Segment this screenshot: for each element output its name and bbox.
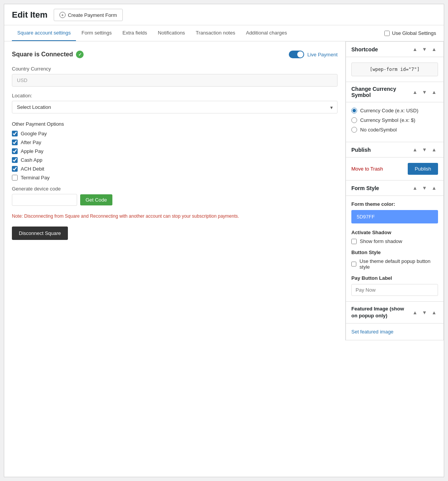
ach-debit-label: ACH Debit	[21, 166, 44, 172]
payment-option-cash-app: Cash App	[12, 157, 338, 163]
form-style-expand-button[interactable]: ▲	[430, 184, 438, 192]
publish-expand-button[interactable]: ▲	[430, 146, 438, 153]
currency-symbol-panel-header: Change Currency Symbol ▲ ▼ ▲	[346, 82, 443, 102]
publish-row: Move to Trash Publish	[351, 163, 438, 175]
live-payment-toggle[interactable]: Live Payment	[289, 51, 338, 58]
tab-additional-charges[interactable]: Additional charges	[240, 25, 292, 41]
currency-expand-button[interactable]: ▲	[430, 89, 438, 96]
publish-panel-header: Publish ▲ ▼ ▲	[346, 142, 443, 158]
form-style-down-button[interactable]: ▼	[420, 184, 428, 192]
device-code-input[interactable]	[12, 194, 77, 206]
no-code-label: No code/Symbol	[360, 127, 397, 133]
use-global-checkbox[interactable]	[384, 31, 390, 36]
tab-square-account-settings[interactable]: Square account settings	[12, 25, 76, 41]
tab-transaction-notes[interactable]: Transaction notes	[190, 25, 240, 41]
featured-image-panel-body: Set featured image	[346, 323, 443, 340]
featured-image-panel-header: Featured Image (show on popup only) ▲ ▼ …	[346, 302, 443, 323]
payment-option-google-pay: Google Pay	[12, 131, 338, 136]
ach-debit-checkbox[interactable]	[12, 166, 18, 172]
connected-check-icon: ✓	[76, 51, 84, 58]
use-global-label: Use Global Settings	[392, 30, 436, 36]
no-code-radio[interactable]	[351, 127, 357, 133]
currency-code-radio[interactable]	[351, 108, 357, 113]
publish-button[interactable]: Publish	[408, 163, 438, 175]
shortcode-panel-title: Shortcode	[351, 46, 378, 53]
location-select-wrapper: Select Location ▾	[12, 101, 338, 113]
page-header: Edit Item + Create Payment Form	[4, 4, 444, 25]
currency-down-button[interactable]: ▼	[420, 89, 428, 96]
publish-panel-controls: ▲ ▼ ▲	[411, 146, 438, 153]
shortcode-panel-body: [wpep-form id="7"]	[346, 57, 443, 82]
device-code-label: Generate device code	[12, 186, 338, 192]
publish-panel: Publish ▲ ▼ ▲ Move to Trash Publish	[346, 142, 444, 180]
tab-notifications[interactable]: Notifications	[153, 25, 191, 41]
cash-app-checkbox[interactable]	[12, 157, 18, 163]
show-shadow-checkbox[interactable]	[351, 239, 357, 244]
show-shadow-label[interactable]: Show form shadow	[351, 238, 438, 244]
tab-form-settings[interactable]: Form settings	[76, 25, 117, 41]
tab-extra-fields[interactable]: Extra fields	[117, 25, 152, 41]
set-featured-image-link[interactable]: Set featured image	[351, 329, 394, 335]
currency-code-label: Currency Code (e.x: USD)	[360, 108, 418, 113]
square-connected-title: Square is Connected ✓	[12, 51, 84, 58]
main-content: Square is Connected ✓ Live Payment Count…	[4, 41, 346, 340]
google-pay-checkbox[interactable]	[12, 131, 18, 136]
create-payment-form-button[interactable]: + Create Payment Form	[54, 9, 123, 21]
button-style-label[interactable]: Use theme default popup button style	[351, 258, 438, 270]
form-style-panel: Form Style ▲ ▼ ▲ Form theme color: 5D97F…	[346, 180, 444, 301]
shortcode-value[interactable]: [wpep-form id="7"]	[351, 62, 438, 76]
currency-panel-controls: ▲ ▼ ▲	[411, 89, 438, 96]
publish-panel-body: Move to Trash Publish	[346, 158, 443, 180]
publish-down-button[interactable]: ▼	[420, 146, 428, 153]
pay-button-label-input[interactable]	[351, 284, 438, 296]
live-payment-switch[interactable]	[289, 51, 304, 58]
currency-symbol-panel-title: Change Currency Symbol	[351, 86, 411, 98]
google-pay-label: Google Pay	[21, 131, 47, 136]
location-select[interactable]: Select Location	[12, 101, 338, 113]
currency-symbol-label: Currency Symbol (e.x: $)	[360, 117, 415, 123]
after-pay-label: After Pay	[21, 140, 41, 145]
featured-image-panel-controls: ▲ ▼ ▲	[411, 309, 438, 316]
button-style-checkbox[interactable]	[351, 261, 356, 267]
shortcode-collapse-down-button[interactable]: ▼	[420, 46, 428, 53]
sidebar: Shortcode ▲ ▼ ▲ [wpep-form id="7"] Chang…	[346, 41, 444, 340]
currency-input: USD	[12, 74, 338, 87]
featured-up-button[interactable]: ▲	[411, 309, 419, 316]
apple-pay-checkbox[interactable]	[12, 148, 18, 154]
create-form-label: Create Payment Form	[68, 12, 117, 18]
location-label: Location:	[12, 93, 338, 98]
main-layout: Square is Connected ✓ Live Payment Count…	[4, 41, 444, 340]
get-code-button[interactable]: Get Code	[80, 194, 112, 205]
form-style-panel-body: Form theme color: 5D97FF Activate Shadow…	[346, 196, 443, 301]
payment-option-apple-pay: Apple Pay	[12, 148, 338, 154]
move-to-trash-link[interactable]: Move to Trash	[351, 166, 383, 172]
currency-up-button[interactable]: ▲	[411, 89, 419, 96]
device-code-row: Get Code	[12, 194, 338, 206]
shortcode-panel-header: Shortcode ▲ ▼ ▲	[346, 42, 443, 57]
shortcode-expand-button[interactable]: ▲	[430, 46, 438, 53]
button-style-title: Button Style	[351, 250, 438, 255]
terminal-pay-label: Terminal Pay	[21, 175, 49, 181]
disconnect-square-button[interactable]: Disconnect Square	[12, 227, 68, 240]
currency-symbol-panel: Change Currency Symbol ▲ ▼ ▲ Currency Co…	[346, 82, 444, 142]
form-style-up-button[interactable]: ▲	[411, 184, 419, 192]
form-style-panel-header: Form Style ▲ ▼ ▲	[346, 181, 443, 196]
nav-tabs: Square account settings Form settings Ex…	[4, 25, 444, 41]
disconnection-note: Note: Disconnecting from Square and Reco…	[12, 213, 338, 219]
apple-pay-label: Apple Pay	[21, 148, 43, 154]
theme-color-label: Form theme color:	[351, 201, 438, 207]
payment-option-after-pay: After Pay	[12, 140, 338, 145]
shortcode-collapse-up-button[interactable]: ▲	[411, 46, 419, 53]
terminal-pay-checkbox[interactable]	[12, 175, 18, 181]
after-pay-checkbox[interactable]	[12, 140, 18, 145]
featured-expand-button[interactable]: ▲	[430, 309, 438, 316]
featured-down-button[interactable]: ▼	[420, 309, 428, 316]
no-code-option: No code/Symbol	[351, 127, 438, 133]
shortcode-panel-controls: ▲ ▼ ▲	[411, 46, 438, 53]
currency-symbol-radio[interactable]	[351, 117, 357, 123]
plus-circle-icon: +	[59, 12, 66, 18]
use-global-settings[interactable]: Use Global Settings	[384, 30, 436, 36]
theme-color-swatch[interactable]: 5D97FF	[351, 210, 438, 223]
currency-symbol-panel-body: Currency Code (e.x: USD) Currency Symbol…	[346, 102, 443, 142]
publish-up-button[interactable]: ▲	[411, 146, 419, 153]
